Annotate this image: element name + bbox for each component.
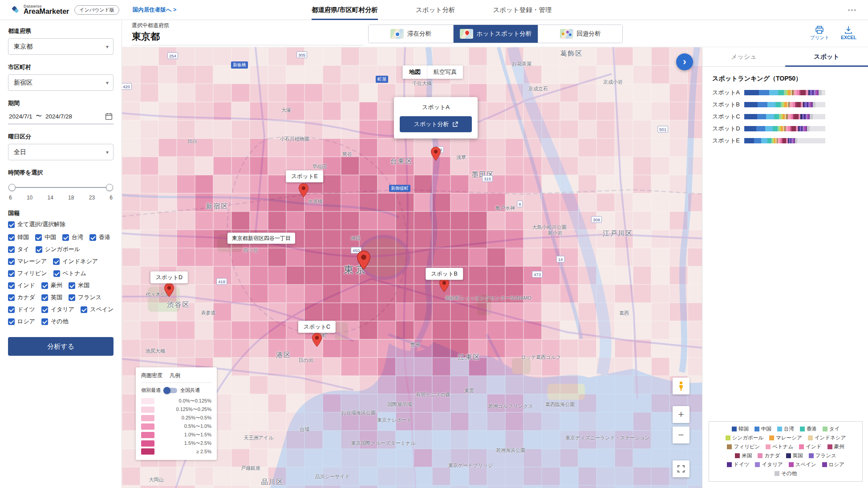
nationality-checkbox[interactable]: イタリア (41, 305, 74, 313)
nationality-checkbox[interactable]: その他 (41, 317, 69, 325)
ranking-bar-segment (766, 114, 774, 119)
mode-tab[interactable]: ホットスポット分析 (453, 25, 538, 43)
spot-pin[interactable] (312, 333, 322, 347)
ranking-bar-segment (744, 126, 756, 131)
legend-label: シンガポール (732, 435, 763, 441)
zoom-in-button[interactable]: + (673, 406, 690, 423)
fullscreen-button[interactable] (673, 460, 690, 477)
period-range-input[interactable]: 2024/7/1 〜 2024/7/28 (8, 110, 114, 124)
spot-label[interactable]: スポットB (426, 268, 463, 280)
place-label: 浅草 (456, 154, 466, 161)
spot-label[interactable]: スポットE (286, 171, 323, 183)
map-canvas[interactable]: 葛飾区台東区墨田区新宿区江戸川区渋谷区港区江東区品川区東京お花茶屋京成立石京成小… (122, 47, 702, 488)
nationality-checkbox[interactable]: ベトナム (53, 269, 86, 277)
density-scale-row: 1.0%〜1.5% (141, 431, 211, 438)
spot-label[interactable]: スポットC (298, 321, 336, 333)
nationality-checkbox[interactable]: 中国 (35, 233, 56, 241)
spot-pin[interactable] (298, 183, 309, 198)
domestic-version-link[interactable]: 国内居住者版へ > (133, 6, 177, 14)
ranking-bar (744, 90, 825, 95)
selected-location-pin[interactable] (357, 250, 371, 270)
ranking-bar-segment (767, 102, 775, 107)
nationality-checkbox[interactable]: インドネシア (53, 257, 98, 265)
right-panel-tab[interactable]: メッシュ (702, 47, 785, 66)
place-label: 早稲田 (312, 163, 327, 170)
nationality-checkbox[interactable]: フランス (69, 293, 101, 301)
checkbox-checked-icon (53, 270, 60, 277)
maptype-button[interactable]: 航空写真 (427, 65, 463, 79)
station-badge: 新御徒町 (389, 185, 410, 192)
nationality-checkbox-label: その他 (51, 317, 69, 325)
ranking-row: スポットB (712, 101, 858, 109)
place-label: 東京ディズニーランド・ステーション (565, 435, 650, 441)
period-end[interactable]: 2024/7/28 (45, 113, 72, 120)
dow-select[interactable]: 全日 ▾ (8, 144, 114, 160)
nationality-checkbox[interactable]: ドイツ (8, 305, 35, 313)
excel-download-button[interactable]: EXCEL (841, 26, 856, 41)
legend-label: イタリア (762, 461, 783, 468)
nationality-checkbox[interactable]: 香港 (89, 233, 110, 241)
nav-tab[interactable]: スポット登録・管理 (493, 0, 552, 20)
legend-label: タイ (829, 426, 840, 432)
density-color-swatch (141, 407, 154, 413)
nationality-checkbox[interactable]: 台湾 (62, 233, 83, 241)
streetview-pegman-control[interactable] (673, 378, 690, 394)
legend-label: ベトナム (772, 443, 793, 450)
nationality-checkbox[interactable]: カナダ (8, 293, 35, 301)
nationality-checkbox-label: 台湾 (72, 233, 83, 241)
nationality-checkbox[interactable]: インド (8, 281, 35, 289)
toggle-left-label: 個別最適 (141, 387, 161, 394)
legend-color-swatch (727, 444, 732, 449)
panel-expand-button[interactable]: › (676, 53, 693, 70)
print-button[interactable]: プリント (810, 26, 829, 41)
density-range-label: 0.0%〜0.125% (158, 398, 211, 404)
spot-pin[interactable] (164, 283, 174, 297)
nationality-checkbox[interactable]: ロシア (8, 317, 35, 325)
place-label: 大島小松川公園 (532, 224, 567, 231)
prefecture-select[interactable]: 東京都 ▾ (8, 38, 114, 55)
nationality-checkbox[interactable]: 米国 (69, 281, 89, 289)
overflow-menu-icon[interactable]: ⋯ (848, 4, 857, 15)
density-color-swatch (141, 415, 154, 421)
chevron-down-icon: ▾ (106, 44, 109, 50)
nav-tab[interactable]: スポット分析 (416, 0, 455, 20)
spot-label[interactable]: スポットD (150, 272, 188, 284)
mode-tab[interactable]: 回遊分析 (538, 25, 622, 43)
nationality-checkbox[interactable]: 豪州 (41, 281, 62, 289)
checkbox-checked-icon (41, 318, 48, 325)
select-all-checkbox[interactable]: 全て選択/選択解除 (8, 220, 114, 228)
spot-pin[interactable] (439, 278, 450, 293)
logo-main-text: AreaMarketer (24, 8, 69, 16)
nationality-checkbox[interactable]: スペイン (81, 305, 114, 313)
right-panel-tab[interactable]: スポット (785, 47, 868, 66)
legend-scope-toggle[interactable] (164, 388, 177, 393)
legend-row: フィリピンベトナムインド豪州 (712, 443, 860, 450)
analyze-button[interactable]: 分析する (8, 337, 114, 356)
nationality-checkbox[interactable]: フィリピン (8, 269, 47, 277)
spot-analysis-button[interactable]: スポット分析 (400, 116, 472, 132)
mode-tab[interactable]: 滞在分析 (369, 25, 453, 43)
slider-thumb-end[interactable] (106, 184, 113, 191)
time-range-slider[interactable] (10, 183, 112, 192)
road-number-badge: 501 (657, 126, 668, 133)
nationality-checkbox[interactable]: 韓国 (8, 233, 29, 241)
spot-pin[interactable] (430, 146, 441, 161)
legend-color-swatch (800, 427, 805, 431)
nav-tab[interactable]: 都道府県/市区町村分析 (312, 0, 378, 20)
station-badge: 町屋 (376, 76, 388, 83)
city-select[interactable]: 新宿区 ▾ (8, 74, 114, 91)
zoom-out-button[interactable]: − (673, 427, 690, 443)
nationality-checkbox[interactable]: タイ (8, 245, 29, 253)
calendar-icon[interactable] (105, 113, 113, 120)
period-start[interactable]: 2024/7/1 (9, 113, 32, 120)
nationality-checkbox[interactable]: 英国 (41, 293, 62, 301)
time-tick: 10 (27, 195, 32, 201)
maptype-button[interactable]: 地図 (402, 65, 427, 79)
slider-thumb-start[interactable] (8, 184, 16, 191)
legend-color-swatch (726, 435, 730, 440)
nationality-checkbox[interactable]: シンガポール (36, 245, 81, 253)
ranking-bar-segment (769, 90, 778, 95)
nationality-checkbox[interactable]: マレーシア (8, 257, 47, 265)
dow-value: 全日 (14, 148, 26, 156)
place-label: 天王洲アイル (244, 435, 274, 441)
